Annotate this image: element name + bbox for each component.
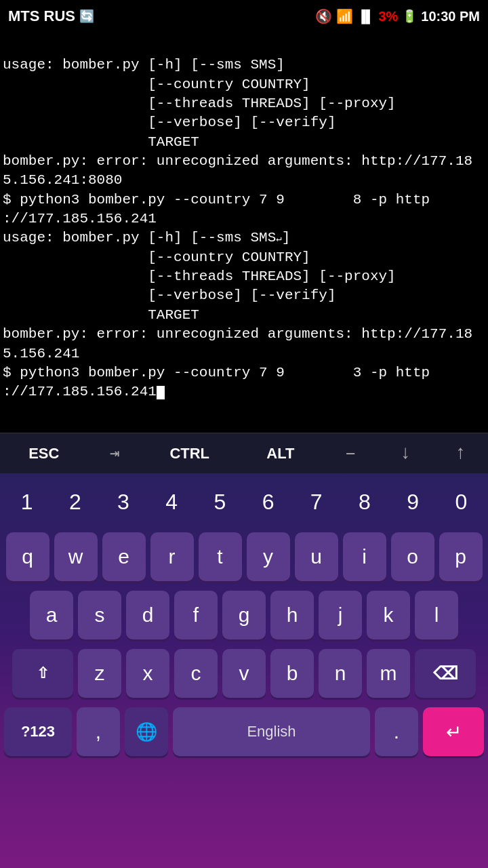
sync-icon: 🔄 xyxy=(79,9,94,24)
key-s[interactable]: s xyxy=(78,591,121,639)
key-p[interactable]: p xyxy=(439,532,483,581)
key-c[interactable]: c xyxy=(174,649,218,698)
key-i[interactable]: i xyxy=(343,532,386,581)
key-z[interactable]: z xyxy=(78,649,121,698)
key-t[interactable]: t xyxy=(199,532,242,581)
signal-icon: ▐▌ xyxy=(357,9,375,24)
key-row-3: ⇧ z x c v b n m ⌫ xyxy=(0,644,488,703)
key-a[interactable]: a xyxy=(30,591,73,639)
key-f[interactable]: f xyxy=(174,591,218,639)
key-5[interactable]: 5 xyxy=(197,490,243,515)
backspace-button[interactable]: ⌫ xyxy=(415,649,476,698)
arrow-up-icon[interactable]: ↑ xyxy=(455,443,466,464)
mute-icon: 🔇 xyxy=(315,8,332,24)
tab-icon[interactable]: ⇥ xyxy=(110,443,119,463)
key-b[interactable]: b xyxy=(270,649,314,698)
key-r[interactable]: r xyxy=(150,532,194,581)
num-switch-button[interactable]: ?123 xyxy=(4,707,72,756)
esc-button[interactable]: ESC xyxy=(22,441,66,467)
number-row: 1 2 3 4 5 6 7 8 9 0 xyxy=(0,473,488,528)
arrow-down-icon[interactable]: ↓ xyxy=(400,443,411,464)
carrier-label: MTS RUS xyxy=(8,7,75,25)
key-0[interactable]: 0 xyxy=(438,490,484,515)
key-w[interactable]: w xyxy=(54,532,98,581)
status-left: MTS RUS 🔄 xyxy=(8,7,94,25)
key-g[interactable]: g xyxy=(222,591,266,639)
key-q[interactable]: q xyxy=(6,532,49,581)
period-key[interactable]: . xyxy=(375,707,418,756)
key-3[interactable]: 3 xyxy=(100,490,146,515)
globe-button[interactable]: 🌐 xyxy=(125,707,168,756)
alt-button[interactable]: ALT xyxy=(260,441,301,467)
terminal-line-1: usage: bomber.py [-h] [--sms SMS] [--cou… xyxy=(3,57,472,399)
key-4[interactable]: 4 xyxy=(148,490,195,515)
status-right: 🔇 📶 ▐▌ 3% 🔋 10:30 PM xyxy=(315,8,480,24)
key-row-1: q w e r t y u i o p xyxy=(0,528,488,586)
keyboard: 1 2 3 4 5 6 7 8 9 0 q w e r t y u i o p … xyxy=(0,473,488,868)
dash-label[interactable]: – xyxy=(345,443,357,464)
bottom-row: ?123 , 🌐 English . ↵ xyxy=(0,703,488,761)
key-row-2: a s d f g h j k l xyxy=(0,586,488,644)
key-7[interactable]: 7 xyxy=(293,490,340,515)
key-6[interactable]: 6 xyxy=(245,490,291,515)
key-d[interactable]: d xyxy=(126,591,169,639)
key-u[interactable]: u xyxy=(295,532,338,581)
key-n[interactable]: n xyxy=(319,649,362,698)
key-e[interactable]: e xyxy=(102,532,146,581)
key-2[interactable]: 2 xyxy=(52,490,98,515)
key-9[interactable]: 9 xyxy=(390,490,436,515)
battery-label: 3% xyxy=(378,9,398,24)
key-j[interactable]: j xyxy=(319,591,362,639)
battery-icon: 🔋 xyxy=(402,9,417,24)
key-k[interactable]: k xyxy=(367,591,410,639)
shift-button[interactable]: ⇧ xyxy=(12,649,73,698)
key-l[interactable]: l xyxy=(415,591,458,639)
terminal-output[interactable]: usage: bomber.py [-h] [--sms SMS] [--cou… xyxy=(0,33,488,433)
key-1[interactable]: 1 xyxy=(4,490,50,515)
comma-key[interactable]: , xyxy=(77,707,120,756)
key-8[interactable]: 8 xyxy=(342,490,388,515)
key-y[interactable]: y xyxy=(247,532,290,581)
key-v[interactable]: v xyxy=(222,649,266,698)
time-label: 10:30 PM xyxy=(421,9,480,24)
key-m[interactable]: m xyxy=(367,649,410,698)
key-x[interactable]: x xyxy=(126,649,169,698)
key-h[interactable]: h xyxy=(270,591,314,639)
status-bar: MTS RUS 🔄 🔇 📶 ▐▌ 3% 🔋 10:30 PM xyxy=(0,0,488,33)
wifi-icon: 📶 xyxy=(336,8,353,24)
terminal-toolbar: ESC ⇥ CTRL ALT – ↓ ↑ xyxy=(0,433,488,473)
enter-button[interactable]: ↵ xyxy=(423,707,484,756)
space-key[interactable]: English xyxy=(173,707,370,756)
key-o[interactable]: o xyxy=(391,532,434,581)
ctrl-button[interactable]: CTRL xyxy=(163,441,216,467)
